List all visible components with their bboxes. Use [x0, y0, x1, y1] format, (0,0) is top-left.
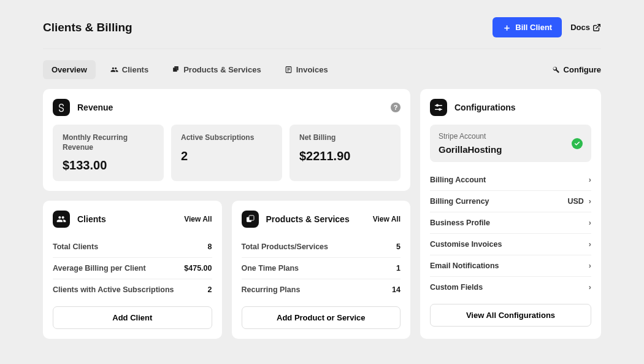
stat-label: Total Products/Services: [242, 242, 329, 251]
stat-value: 8: [208, 242, 212, 251]
config-row-custom-fields[interactable]: Custom Fields ›: [430, 276, 591, 298]
stat-label: Average Billing per Client: [53, 264, 146, 273]
stat-value: 14: [392, 285, 401, 294]
stat-value: 1: [396, 264, 401, 273]
configure-label: Configure: [564, 65, 601, 74]
stat-row-total-clients: Total Clients 8: [53, 236, 212, 257]
tab-products-label: Products & Services: [183, 65, 261, 74]
configurations-card: Configurations Stripe Account GorillaHos…: [420, 89, 601, 339]
docs-link[interactable]: Docs: [570, 23, 601, 32]
config-row-custom-invoices[interactable]: Customise Invoices ›: [430, 233, 591, 255]
stat-row-active-subs: Clients with Active Subscriptions 2: [53, 279, 212, 300]
users-icon-square: [53, 211, 70, 228]
tab-clients-label: Clients: [122, 65, 148, 74]
chevron-right-icon: ›: [589, 197, 591, 206]
help-icon[interactable]: ?: [391, 103, 401, 112]
tile-mrr-value: $133.00: [63, 158, 154, 172]
stripe-account-name: GorillaHosting: [439, 144, 502, 155]
users-icon: [110, 66, 118, 74]
layers-icon: [172, 66, 180, 74]
bill-client-button[interactable]: ＋ Bill Client: [493, 17, 562, 37]
products-card: Products & Services View All Total Produ…: [232, 201, 411, 339]
products-view-all[interactable]: View All: [373, 215, 401, 223]
config-label: Customise Invoices: [430, 240, 502, 249]
tile-net-value: $2211.90: [299, 149, 391, 163]
layers-icon-square: [242, 211, 259, 228]
plus-icon: ＋: [502, 23, 512, 32]
tile-mrr: Monthly Recurring Revenue $133.00: [53, 125, 164, 181]
revenue-card: Revenue ? Monthly Recurring Revenue $133…: [43, 89, 410, 191]
svg-point-8: [437, 104, 439, 106]
svg-rect-6: [249, 215, 254, 220]
clients-card: Clients View All Total Clients 8 Average…: [43, 201, 222, 339]
config-row-billing-account[interactable]: Billing Account ›: [430, 169, 591, 190]
sliders-icon: [430, 99, 447, 116]
revenue-title: Revenue: [77, 103, 113, 112]
stat-label: One Time Plans: [242, 264, 299, 273]
chevron-right-icon: ›: [589, 261, 591, 270]
chevron-right-icon: ›: [589, 240, 591, 249]
stat-label: Total Clients: [53, 242, 98, 251]
config-label: Email Notifications: [430, 261, 499, 270]
tab-overview[interactable]: Overview: [43, 60, 96, 79]
stat-row-one-time: One Time Plans 1: [242, 257, 401, 279]
configurations-title: Configurations: [454, 103, 516, 112]
tile-net-label: Net Billing: [299, 133, 391, 143]
invoice-icon: [285, 66, 293, 74]
tab-clients[interactable]: Clients: [102, 60, 157, 79]
stat-value: $475.00: [184, 264, 212, 273]
tile-subs: Active Subscriptions 2: [171, 125, 282, 181]
page-title: Clients & Billing: [43, 21, 132, 34]
check-circle-icon: [572, 138, 583, 149]
svg-point-10: [439, 109, 441, 110]
tab-products[interactable]: Products & Services: [163, 60, 269, 79]
tile-net: Net Billing $2211.90: [289, 125, 401, 181]
config-label: Billing Account: [430, 176, 486, 184]
stat-value: 2: [208, 285, 212, 294]
view-all-configurations-button[interactable]: View All Configurations: [430, 304, 591, 327]
chevron-right-icon: ›: [589, 176, 591, 184]
stripe-account-tile: Stripe Account GorillaHosting: [430, 125, 591, 162]
wrench-icon: [552, 66, 560, 74]
config-row-email-notifications[interactable]: Email Notifications ›: [430, 255, 591, 276]
config-label: Business Profile: [430, 219, 490, 227]
config-value: USD: [567, 197, 583, 206]
tab-invoices[interactable]: Invoices: [276, 60, 337, 79]
stat-row-recurring: Recurring Plans 14: [242, 279, 401, 300]
docs-label: Docs: [570, 23, 590, 32]
tab-overview-label: Overview: [52, 65, 87, 74]
stat-row-avg-billing: Average Billing per Client $475.00: [53, 257, 212, 279]
config-row-billing-currency[interactable]: Billing Currency USD ›: [430, 190, 591, 212]
stat-label: Clients with Active Subscriptions: [53, 285, 174, 294]
tile-subs-value: 2: [181, 149, 272, 163]
add-client-button[interactable]: Add Client: [53, 306, 212, 329]
stat-label: Recurring Plans: [242, 285, 301, 294]
stat-row-total-products: Total Products/Services 5: [242, 236, 401, 257]
external-link-icon: [592, 23, 601, 32]
tile-subs-label: Active Subscriptions: [181, 133, 272, 143]
stat-value: 5: [396, 242, 401, 251]
configure-button[interactable]: Configure: [552, 65, 601, 74]
clients-view-all[interactable]: View All: [184, 215, 212, 223]
bill-client-label: Bill Client: [515, 23, 552, 32]
dollar-icon: [53, 99, 70, 116]
svg-line-0: [596, 24, 600, 28]
config-label: Custom Fields: [430, 283, 483, 292]
tile-mrr-label: Monthly Recurring Revenue: [63, 133, 154, 152]
stripe-account-label: Stripe Account: [439, 132, 502, 141]
config-label: Billing Currency: [430, 197, 489, 206]
config-row-business-profile[interactable]: Business Profile ›: [430, 212, 591, 233]
chevron-right-icon: ›: [589, 283, 591, 292]
products-title: Products & Services: [266, 214, 350, 224]
clients-title: Clients: [77, 214, 106, 224]
add-product-button[interactable]: Add Product or Service: [242, 306, 401, 329]
tab-invoices-label: Invoices: [296, 65, 328, 74]
chevron-right-icon: ›: [589, 219, 591, 227]
